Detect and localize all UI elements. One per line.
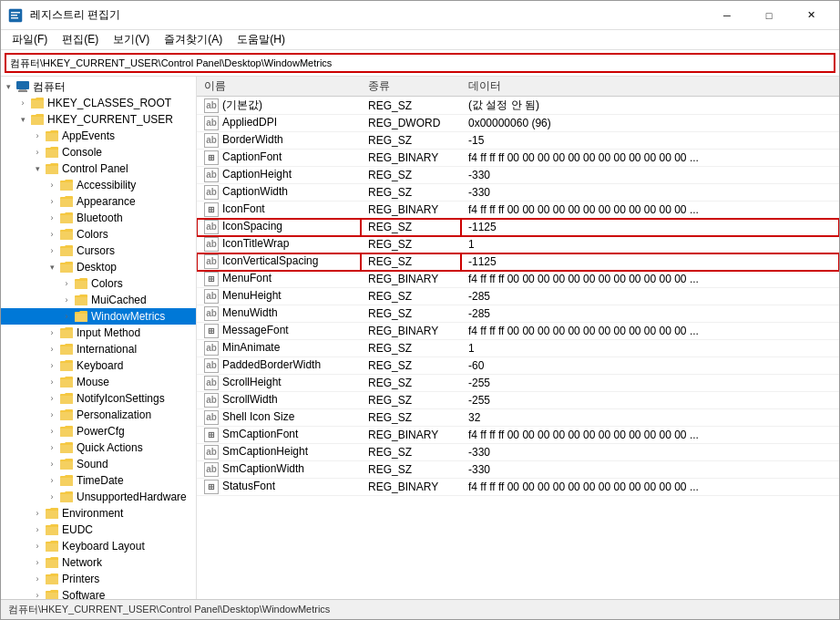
tree-item-computer[interactable]: ▾컴퓨터 [1,78,196,95]
tree-expander-desktop-colors[interactable]: › [59,279,74,288]
tree-item-software[interactable]: ›Software [1,587,196,599]
tree-item-windowmetrics[interactable]: ›WindowMetrics [1,308,196,325]
table-row[interactable]: abIconSpacingREG_SZ-1125 [197,219,839,236]
tree-item-unsupportedhardware[interactable]: ›UnsupportedHardware [1,489,196,505]
tree-expander-colors[interactable]: › [45,230,59,239]
tree-item-console[interactable]: ›Console [1,144,196,160]
tree-expander-software[interactable]: › [30,591,45,599]
tree-item-accessibility[interactable]: ›Accessibility [1,177,196,193]
tree-item-cursors[interactable]: ›Cursors [1,243,196,259]
tree-expander-appevents[interactable]: › [30,131,45,140]
tree-item-hkcr[interactable]: ›HKEY_CLASSES_ROOT [1,95,196,111]
tree-expander-accessibility[interactable]: › [45,181,59,190]
table-row[interactable]: ⊞MessageFontREG_BINARYf4 ff ff ff 00 00 … [197,323,839,340]
tree-expander-appearance[interactable]: › [45,197,59,206]
table-row[interactable]: abScrollWidthREG_SZ-255 [197,392,839,409]
table-row[interactable]: ⊞CaptionFontREG_BINARYf4 ff ff ff 00 00 … [197,150,839,167]
tree-expander-timedate[interactable]: › [45,476,59,485]
table-row[interactable]: ab(기본값)REG_SZ(값 설정 안 됨) [197,97,839,115]
tree-expander-printers[interactable]: › [30,574,45,584]
menu-favorites[interactable]: 즐겨찾기(A) [157,30,230,49]
tree-item-eudc[interactable]: ›EUDC [1,522,196,538]
tree-item-keyboard[interactable]: ›Keyboard [1,357,196,374]
tree-item-desktop-colors[interactable]: ›Colors [1,275,196,292]
tree-item-controlpanel[interactable]: ▾Control Panel [1,160,196,177]
tree-item-inputmethod[interactable]: ›Input Method [1,325,196,341]
tree-item-environment[interactable]: ›Environment [1,505,196,522]
table-row[interactable]: abCaptionWidthREG_SZ-330 [197,184,839,202]
tree-expander-powercfg[interactable]: › [45,427,59,436]
cell-data: 32 [461,409,839,427]
tree-item-bluetooth[interactable]: ›Bluetooth [1,210,196,226]
table-row[interactable]: abBorderWidthREG_SZ-15 [197,132,839,150]
menu-edit[interactable]: 편집(E) [55,30,106,49]
cell-name: abIconVerticalSpacing [197,253,361,271]
menu-file[interactable]: 파일(F) [5,30,55,49]
tree-expander-environment[interactable]: › [30,509,45,518]
entry-name: CaptionHeight [222,168,292,181]
table-row[interactable]: abScrollHeightREG_SZ-255 [197,375,839,392]
menu-view[interactable]: 보기(V) [106,30,157,49]
table-row[interactable]: abIconVerticalSpacingREG_SZ-1125 [197,253,839,271]
tree-expander-international[interactable]: › [45,345,59,354]
minimize-button[interactable]: ─ [706,1,748,30]
tree-expander-keyboard[interactable]: › [45,361,59,370]
tree-item-personalization[interactable]: ›Personalization [1,407,196,423]
menu-help[interactable]: 도움말(H) [230,30,292,49]
table-row[interactable]: abMenuHeightREG_SZ-285 [197,288,839,305]
tree-expander-unsupportedhardware[interactable]: › [45,492,59,501]
table-row[interactable]: abSmCaptionHeightREG_SZ-330 [197,444,839,461]
tree-item-keyboardlayout[interactable]: ›Keyboard Layout [1,538,196,554]
tree-expander-mouse[interactable]: › [45,377,59,387]
table-row[interactable]: ⊞StatusFontREG_BINARYf4 ff ff ff 00 00 0… [197,479,839,496]
tree-expander-hkcr[interactable]: › [15,98,30,108]
table-row[interactable]: abIconTitleWrapREG_SZ1 [197,236,839,253]
tree-item-international[interactable]: ›International [1,341,196,357]
table-row[interactable]: abCaptionHeightREG_SZ-330 [197,167,839,184]
tree-expander-network[interactable]: › [30,558,45,567]
tree-item-powercfg[interactable]: ›PowerCfg [1,423,196,439]
tree-expander-cursors[interactable]: › [45,246,59,255]
tree-label-computer: 컴퓨터 [33,79,66,95]
tree-item-mouse[interactable]: ›Mouse [1,374,196,390]
tree-item-quickactions[interactable]: ›Quick Actions [1,439,196,456]
close-button[interactable]: ✕ [790,1,832,30]
tree-expander-keyboardlayout[interactable]: › [30,542,45,551]
tree-expander-desktop[interactable]: ▾ [45,263,59,272]
table-row[interactable]: abPaddedBorderWidthREG_SZ-60 [197,357,839,375]
tree-expander-windowmetrics[interactable]: › [59,312,74,321]
tree-expander-bluetooth[interactable]: › [45,213,59,222]
tree-item-notifyiconsettings[interactable]: ›NotifyIconSettings [1,390,196,407]
table-row[interactable]: ⊞MenuFontREG_BINARYf4 ff ff ff 00 00 00 … [197,271,839,288]
table-row[interactable]: ⊞SmCaptionFontREG_BINARYf4 ff ff ff 00 0… [197,427,839,444]
tree-item-appevents[interactable]: ›AppEvents [1,128,196,144]
table-row[interactable]: abShell Icon SizeREG_SZ32 [197,409,839,427]
tree-item-network[interactable]: ›Network [1,554,196,571]
maximize-button[interactable]: □ [748,1,790,30]
tree-expander-notifyiconsettings[interactable]: › [45,394,59,403]
tree-item-timedate[interactable]: ›TimeDate [1,472,196,489]
table-row[interactable]: abMinAnimateREG_SZ1 [197,340,839,357]
tree-item-desktop-muicached[interactable]: ›MuiCached [1,292,196,308]
table-row[interactable]: abMenuWidthREG_SZ-285 [197,305,839,323]
tree-item-sound[interactable]: ›Sound [1,456,196,472]
tree-expander-controlpanel[interactable]: ▾ [30,164,45,173]
tree-item-hkcu[interactable]: ▾HKEY_CURRENT_USER [1,111,196,128]
table-row[interactable]: ⊞IconFontREG_BINARYf4 ff ff ff 00 00 00 … [197,202,839,219]
tree-expander-eudc[interactable]: › [30,525,45,534]
table-row[interactable]: abSmCaptionWidthREG_SZ-330 [197,461,839,479]
tree-expander-hkcu[interactable]: ▾ [15,115,30,124]
tree-expander-desktop-muicached[interactable]: › [59,295,74,305]
tree-item-colors[interactable]: ›Colors [1,226,196,243]
tree-expander-inputmethod[interactable]: › [45,328,59,337]
tree-item-desktop[interactable]: ▾Desktop [1,259,196,275]
tree-item-appearance[interactable]: ›Appearance [1,193,196,210]
table-row[interactable]: abAppliedDPIREG_DWORD0x00000060 (96) [197,115,839,132]
tree-item-printers[interactable]: ›Printers [1,571,196,587]
address-input[interactable] [5,53,835,73]
tree-expander-quickactions[interactable]: › [45,443,59,452]
tree-expander-sound[interactable]: › [45,460,59,469]
tree-expander-console[interactable]: › [30,148,45,157]
tree-expander-personalization[interactable]: › [45,410,59,419]
tree-expander-computer[interactable]: ▾ [1,82,15,91]
